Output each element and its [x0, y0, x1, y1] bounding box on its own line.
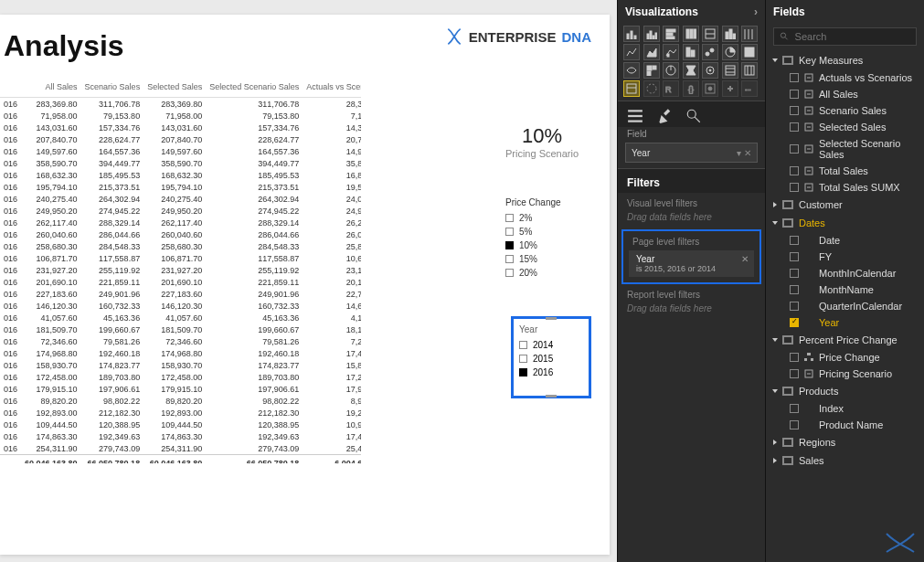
field-menu-icon[interactable]: ▾ ✕	[737, 148, 751, 158]
viz-type-icon[interactable]	[702, 80, 718, 97]
table-header[interactable]: Actuals vs Scenarios	[303, 80, 361, 98]
field-product-name[interactable]: Product Name	[766, 417, 924, 433]
table-row[interactable]: 016179,915.10197,906.61179,915.10197,906…	[0, 383, 361, 395]
table-row[interactable]: 016174,968.80192,460.18174,968.80192,460…	[0, 347, 361, 359]
report-filter-dropzone[interactable]: Drag data fields here	[618, 302, 765, 321]
table-header-key-measures[interactable]: Key Measures	[766, 51, 924, 69]
table-row[interactable]: 016143,031.60157,334.76143,031.60157,334…	[0, 122, 361, 133]
field-fy[interactable]: FY	[766, 249, 924, 265]
table-row[interactable]: 016254,311.90279,743.09254,311.90279,743…	[0, 442, 361, 455]
price-change-option[interactable]: 15%	[505, 252, 588, 266]
viz-type-icon[interactable]	[741, 44, 758, 60]
table-row[interactable]: 016358,590.70394,449.77358,590.70394,449…	[0, 157, 361, 169]
table-row[interactable]: 016149,597.60164,557.36149,597.60164,557…	[0, 145, 361, 157]
table-row[interactable]: 016207,840.70228,624.77207,840.70228,624…	[0, 133, 361, 145]
viz-type-icon[interactable]	[663, 44, 679, 60]
viz-type-icon[interactable]: {}	[683, 80, 699, 97]
field-monthincalendar[interactable]: MonthInCalendar	[766, 265, 924, 281]
fields-tab[interactable]	[627, 109, 643, 123]
fields-header[interactable]: Fields	[766, 0, 924, 24]
table-row[interactable]: 016260,040.60286,044.66260,040.60286,044…	[0, 228, 361, 240]
table-row[interactable]: 016172,458.00189,703.80172,458.00189,703…	[0, 371, 361, 383]
field-year[interactable]: Year	[766, 314, 924, 331]
table-row[interactable]: 016158,930.70174,823.77158,930.70174,823…	[0, 359, 361, 371]
viz-type-icon[interactable]	[683, 26, 699, 42]
visualizations-header[interactable]: Visualizations ›	[618, 0, 765, 24]
table-header[interactable]: Selected Scenario Sales	[206, 80, 303, 98]
table-row[interactable]: 016258,680.30284,548.33258,680.30284,548…	[0, 240, 361, 252]
year-option[interactable]: 2015	[519, 352, 583, 366]
table-header-dates[interactable]: Dates	[766, 214, 924, 232]
table-row[interactable]: 016192,893.00212,182.30192,893.00212,182…	[0, 407, 361, 419]
search-input[interactable]	[795, 31, 910, 42]
table-header[interactable]: Scenario Sales	[81, 80, 144, 98]
viz-type-icon[interactable]	[643, 62, 660, 79]
analytics-tab[interactable]	[685, 109, 702, 123]
viz-type-icon[interactable]	[741, 62, 758, 79]
table-header[interactable]	[0, 80, 21, 98]
table-row[interactable]: 016249,950.20274,945.22249,950.20274,945…	[0, 205, 361, 217]
field-total-sales-sumx[interactable]: Total Sales SUMX	[766, 179, 924, 196]
viz-type-icon[interactable]	[623, 62, 640, 79]
field-well-year[interactable]: Year ▾ ✕	[625, 143, 758, 163]
table-header-customer[interactable]: Customer	[766, 196, 924, 214]
viz-type-icon[interactable]	[722, 26, 738, 42]
table-row[interactable]: 016174,863.30192,349.63174,863.30192,349…	[0, 430, 361, 442]
table-row[interactable]: 016168,632.30185,495.53168,632.30185,495…	[0, 169, 361, 181]
viz-type-icon[interactable]	[643, 26, 660, 42]
viz-type-icon[interactable]: R	[663, 80, 679, 97]
table-header-percent-price-change[interactable]: Percent Price Change	[766, 331, 924, 349]
field-selected-scenario-sales[interactable]: Selected Scenario Sales	[766, 135, 924, 163]
table-row[interactable]: 016240,275.40264,302.94240,275.40264,302…	[0, 193, 361, 205]
viz-type-icon[interactable]	[702, 44, 718, 60]
fields-search[interactable]	[773, 27, 917, 46]
price-change-option[interactable]: 2%	[505, 211, 588, 225]
field-monthname[interactable]: MonthName	[766, 281, 924, 298]
year-option[interactable]: 2016	[519, 366, 583, 379]
field-quarterincalendar[interactable]: QuarterInCalendar	[766, 298, 924, 314]
table-header[interactable]: All Sales	[21, 80, 81, 98]
visual-filter-dropzone[interactable]: Drag data fields here	[618, 210, 765, 229]
table-header-products[interactable]: Products	[766, 382, 924, 400]
viz-type-icon[interactable]	[663, 62, 679, 79]
viz-type-icon[interactable]	[623, 80, 640, 97]
viz-type-icon[interactable]	[741, 26, 758, 42]
page-filter-year[interactable]: Year is 2015, 2016 or 2014 ✕	[629, 250, 754, 277]
pricing-scenario-card[interactable]: 10% Pricing Scenario	[496, 124, 588, 159]
table-row[interactable]: 016195,794.10215,373.51195,794.10215,373…	[0, 181, 361, 193]
table-row[interactable]: 016181,509.70199,660.67181,509.70199,660…	[0, 323, 361, 335]
year-slicer[interactable]: Year 201420152016	[511, 316, 591, 398]
viz-type-icon[interactable]	[722, 44, 738, 60]
table-header-regions[interactable]: Regions	[766, 433, 924, 451]
table-row[interactable]: 01672,346.6079,581.2672,346.6079,581.267…	[0, 335, 361, 347]
year-option[interactable]: 2014	[519, 338, 583, 352]
table-row[interactable]: 01689,820.2098,802.2289,820.2098,802.228…	[0, 395, 361, 407]
viz-type-icon[interactable]	[683, 62, 699, 79]
field-total-sales[interactable]: Total Sales	[766, 163, 924, 179]
table-row[interactable]: 016262,117.40288,329.14262,117.40288,329…	[0, 217, 361, 228]
price-change-option[interactable]: 5%	[505, 225, 588, 239]
field-date[interactable]: Date	[766, 232, 924, 249]
viz-type-icon[interactable]	[663, 26, 679, 42]
field-pricing-scenario[interactable]: Pricing Scenario	[766, 366, 924, 382]
viz-type-icon[interactable]	[722, 80, 738, 97]
viz-type-icon[interactable]	[702, 62, 718, 79]
field-selected-sales[interactable]: Selected Sales	[766, 119, 924, 135]
table-row[interactable]: 016227,183.60249,901.96227,183.60249,901…	[0, 288, 361, 300]
viz-type-icon[interactable]	[702, 26, 718, 42]
table-row[interactable]: 01641,057.6045,163.3641,057.6045,163.364…	[0, 312, 361, 323]
viz-type-icon[interactable]	[683, 44, 699, 60]
format-tab[interactable]	[656, 109, 673, 123]
viz-type-icon[interactable]	[643, 80, 660, 97]
table-row[interactable]: 016146,120.30160,732.33146,120.30160,732…	[0, 300, 361, 312]
table-row[interactable]: 01671,958.0079,153.8071,958.0079,153.807…	[0, 110, 361, 122]
table-row[interactable]: 016283,369.80311,706.78283,369.80311,706…	[0, 98, 361, 111]
field-index[interactable]: Index	[766, 400, 924, 417]
price-change-option[interactable]: 10%	[505, 239, 588, 252]
field-scenario-sales[interactable]: Scenario Sales	[766, 102, 924, 119]
table-header-sales[interactable]: Sales	[766, 451, 924, 470]
table-header[interactable]: Selected Sales	[143, 80, 206, 98]
price-change-slicer[interactable]: Price Change 2%5%10%15%20%	[505, 197, 588, 280]
remove-filter-icon[interactable]: ✕	[741, 254, 749, 264]
viz-type-icon[interactable]	[623, 26, 640, 42]
